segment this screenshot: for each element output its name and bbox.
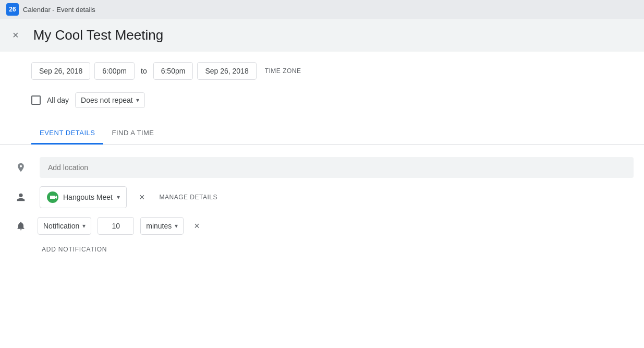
allday-checkbox[interactable] bbox=[31, 95, 41, 105]
main-container: × My Cool Test Meeting Sep 26, 2018 6:00… bbox=[0, 19, 644, 268]
notification-remove-button[interactable]: × bbox=[190, 219, 204, 234]
event-title: My Cool Test Meeting bbox=[33, 27, 634, 43]
meet-service-selector[interactable]: Hangouts Meet ▾ bbox=[40, 186, 127, 208]
meet-row: Hangouts Meet ▾ × MANAGE DETAILS bbox=[0, 182, 644, 212]
bell-icon bbox=[16, 221, 26, 231]
hangouts-meet-logo bbox=[46, 191, 59, 203]
start-time-picker[interactable]: 6:00pm bbox=[94, 62, 135, 80]
close-button[interactable]: × bbox=[10, 27, 21, 43]
browser-tab-title: Calendar - Event details bbox=[23, 6, 95, 14]
repeat-dropdown-arrow: ▾ bbox=[136, 97, 139, 104]
meet-remove-button[interactable]: × bbox=[135, 190, 149, 205]
notification-value-input[interactable] bbox=[98, 217, 134, 235]
datetime-row: Sep 26, 2018 6:00pm to 6:50pm Sep 26, 20… bbox=[0, 52, 644, 90]
notification-unit-arrow: ▾ bbox=[175, 222, 178, 230]
notification-type-label: Notification bbox=[43, 222, 79, 230]
end-time-picker[interactable]: 6:50pm bbox=[153, 62, 193, 80]
location-input[interactable] bbox=[40, 157, 634, 178]
tabs-row: EVENT DETAILS FIND A TIME bbox=[0, 123, 644, 145]
arrow-annotation bbox=[0, 189, 3, 206]
allday-label: All day bbox=[47, 96, 69, 104]
add-notification-button[interactable]: ADD NOTIFICATION bbox=[40, 242, 109, 257]
notification-row: Notification ▾ minutes ▾ × bbox=[0, 212, 644, 239]
notification-type-dropdown[interactable]: Notification ▾ bbox=[38, 217, 91, 235]
notification-unit-dropdown[interactable]: minutes ▾ bbox=[140, 217, 184, 235]
calendar-tab-icon: 26 bbox=[6, 3, 19, 16]
location-row bbox=[0, 153, 644, 182]
meet-service-name: Hangouts Meet bbox=[63, 193, 113, 201]
repeat-dropdown[interactable]: Does not repeat ▾ bbox=[75, 92, 145, 108]
tab-event-details[interactable]: EVENT DETAILS bbox=[31, 123, 103, 145]
notification-unit-label: minutes bbox=[146, 222, 172, 230]
notification-type-arrow: ▾ bbox=[82, 222, 86, 230]
start-date-picker[interactable]: Sep 26, 2018 bbox=[31, 62, 90, 80]
location-icon-container bbox=[10, 162, 31, 173]
timezone-button[interactable]: TIME ZONE bbox=[265, 67, 301, 75]
header-row: × My Cool Test Meeting bbox=[0, 19, 644, 52]
to-label: to bbox=[139, 67, 149, 75]
tab-find-a-time[interactable]: FIND A TIME bbox=[103, 123, 162, 145]
repeat-label: Does not repeat bbox=[81, 96, 133, 104]
content-area: Hangouts Meet ▾ × MANAGE DETAILS Notific… bbox=[0, 145, 644, 268]
pin-icon bbox=[16, 162, 26, 173]
end-date-picker[interactable]: Sep 26, 2018 bbox=[197, 62, 256, 80]
allday-row: All day Does not repeat ▾ bbox=[0, 90, 644, 118]
browser-tab-bar: 26 Calendar - Event details bbox=[0, 0, 644, 19]
person-icon-container bbox=[10, 191, 31, 203]
meet-dropdown-arrow: ▾ bbox=[117, 194, 120, 201]
add-notification-row: ADD NOTIFICATION bbox=[0, 239, 644, 259]
person-icon bbox=[15, 191, 27, 203]
bell-icon-container bbox=[10, 221, 31, 231]
blue-arrow-svg bbox=[0, 189, 3, 205]
manage-details-button[interactable]: MANAGE DETAILS bbox=[157, 191, 219, 203]
